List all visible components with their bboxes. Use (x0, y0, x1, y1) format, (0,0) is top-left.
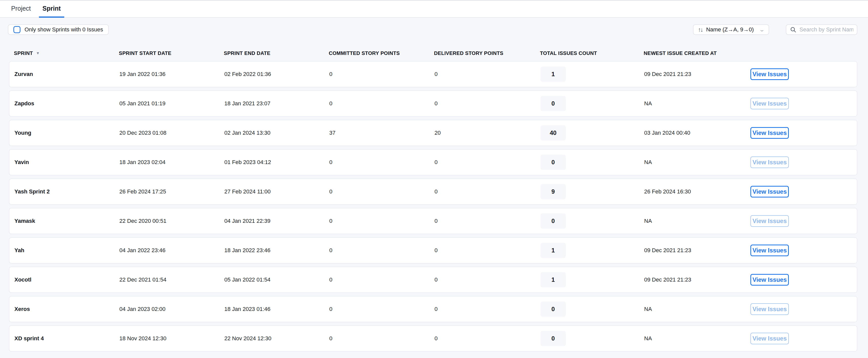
table-header: SPRINT▼ SPRINT START DATE SPRINT END DAT… (9, 47, 857, 59)
committed-story-points: 0 (329, 188, 435, 195)
sort-dropdown-value: Name (Z→A, 9→0) (706, 26, 754, 33)
sprint-end-date: 01 Feb 2023 04:12 (224, 159, 329, 166)
column-header-newest-issue: NEWEST ISSUE CREATED AT (644, 50, 750, 56)
newest-issue-created-at: 26 Feb 2024 16:30 (644, 188, 750, 195)
view-issues-button: View Issues (750, 303, 789, 315)
committed-story-points: 0 (329, 335, 435, 342)
sprint-start-date: 26 Feb 2024 17:25 (119, 188, 224, 195)
column-header-committed-points: COMMITTED STORY POINTS (329, 50, 434, 56)
newest-issue-created-at: 09 Dec 2021 21:23 (644, 247, 750, 254)
sprint-start-date: 18 Nov 2024 12:30 (119, 335, 224, 342)
view-issues-button[interactable]: View Issues (750, 127, 789, 139)
view-issues-button: View Issues (750, 215, 789, 227)
sprint-end-date: 22 Nov 2024 12:30 (224, 335, 329, 342)
chevron-down-icon: ⌄ (759, 27, 765, 33)
sprint-list: Zurvan 19 Jan 2022 01:36 02 Feb 2022 01:… (9, 61, 857, 352)
sprint-name: Young (14, 130, 119, 136)
sprint-search (786, 24, 857, 35)
sprint-start-date: 18 Jan 2023 02:04 (119, 159, 224, 166)
sprint-name: Zapdos (14, 100, 119, 107)
toolbar-right: ↑↓ Name (Z→A, 9→0) ⌄ (693, 24, 857, 35)
total-issues-badge: 1 (540, 243, 566, 258)
sprint-end-date: 18 Jan 2021 23:07 (224, 100, 329, 107)
delivered-story-points: 0 (435, 188, 540, 195)
committed-story-points: 0 (329, 247, 435, 254)
sprint-start-date: 04 Jan 2023 02:00 (119, 306, 224, 312)
total-issues-badge: 40 (540, 125, 566, 140)
sort-dropdown[interactable]: ↑↓ Name (Z→A, 9→0) ⌄ (693, 24, 769, 35)
committed-story-points: 0 (329, 276, 435, 283)
tab-sprint[interactable]: Sprint (39, 1, 64, 18)
column-header-total-issues: TOTAL ISSUES COUNT (540, 50, 644, 56)
newest-issue-created-at: NA (644, 218, 750, 224)
sprint-row: Zapdos 05 Jan 2021 01:19 18 Jan 2021 23:… (9, 90, 857, 117)
sprint-row: Yah 04 Jan 2022 23:46 18 Jan 2022 23:46 … (9, 237, 857, 264)
committed-story-points: 37 (329, 130, 435, 136)
newest-issue-created-at: 09 Dec 2021 21:23 (644, 276, 750, 283)
sprint-end-date: 02 Jan 2024 13:30 (224, 130, 329, 136)
view-issues-button[interactable]: View Issues (750, 68, 789, 80)
sprint-row: Xocotl 22 Dec 2021 01:54 05 Jan 2022 01:… (9, 267, 857, 293)
newest-issue-created-at: NA (644, 335, 750, 342)
view-issues-button: View Issues (750, 98, 789, 109)
toolbar: Only show Sprints with 0 Issues ↑↓ Name … (8, 24, 857, 35)
sprint-name: Yah (14, 247, 119, 254)
delivered-story-points: 0 (435, 159, 540, 166)
sprint-end-date: 04 Jan 2021 22:39 (224, 218, 329, 224)
column-header-sprint[interactable]: SPRINT▼ (14, 50, 119, 56)
caret-down-icon: ▼ (36, 51, 40, 55)
delivered-story-points: 20 (435, 130, 540, 136)
sprint-name: XD sprint 4 (14, 335, 119, 342)
committed-story-points: 0 (329, 306, 435, 312)
sprint-start-date: 19 Jan 2022 01:36 (119, 71, 224, 78)
sprint-end-date: 27 Feb 2024 11:00 (224, 188, 329, 195)
tab-project[interactable]: Project (8, 1, 34, 18)
zero-issues-checkbox-label: Only show Sprints with 0 Issues (25, 26, 103, 33)
delivered-story-points: 0 (435, 335, 540, 342)
committed-story-points: 0 (329, 218, 435, 224)
sprint-end-date: 05 Jan 2022 01:54 (224, 276, 329, 283)
sprint-row: Yamask 22 Dec 2020 00:51 04 Jan 2021 22:… (9, 208, 857, 234)
sprint-row: Yash Sprint 2 26 Feb 2024 17:25 27 Feb 2… (9, 178, 857, 205)
sprint-name: Xeros (14, 306, 119, 312)
sprint-end-date: 02 Feb 2022 01:36 (224, 71, 329, 78)
sprint-name: Zurvan (14, 71, 119, 78)
sprint-row: Yavin 18 Jan 2023 02:04 01 Feb 2023 04:1… (9, 149, 857, 175)
committed-story-points: 0 (329, 100, 435, 107)
committed-story-points: 0 (329, 71, 435, 78)
delivered-story-points: 0 (435, 100, 540, 107)
sprint-row: Zurvan 19 Jan 2022 01:36 02 Feb 2022 01:… (9, 61, 857, 87)
view-issues-button: View Issues (750, 157, 789, 168)
sprint-row: Xeros 04 Jan 2023 02:00 18 Jan 2023 01:4… (9, 296, 857, 322)
column-header-end-date: SPRINT END DATE (224, 50, 329, 56)
column-header-start-date: SPRINT START DATE (119, 50, 224, 56)
total-issues-badge: 1 (540, 66, 566, 82)
newest-issue-created-at: NA (644, 159, 750, 166)
sprint-row: XD sprint 4 18 Nov 2024 12:30 22 Nov 202… (9, 325, 857, 352)
sprint-end-date: 18 Jan 2023 01:46 (224, 306, 329, 312)
total-issues-badge: 0 (540, 331, 566, 346)
view-issues-button: View Issues (750, 333, 789, 344)
total-issues-badge: 0 (540, 155, 566, 170)
sprint-name: Yamask (14, 218, 119, 224)
view-issues-button[interactable]: View Issues (750, 274, 789, 285)
search-icon (790, 26, 797, 33)
total-issues-badge: 0 (540, 302, 566, 317)
sprint-name: Yash Sprint 2 (14, 188, 119, 195)
delivered-story-points: 0 (435, 218, 540, 224)
zero-issues-checkbox[interactable] (13, 26, 21, 33)
view-issues-button[interactable]: View Issues (750, 245, 789, 256)
view-issues-button[interactable]: View Issues (750, 186, 789, 197)
total-issues-badge: 0 (540, 96, 566, 111)
sprint-name: Yavin (14, 159, 119, 166)
sprint-start-date: 05 Jan 2021 01:19 (119, 100, 224, 107)
search-input[interactable] (800, 26, 853, 33)
sprint-start-date: 20 Dec 2023 01:08 (119, 130, 224, 136)
zero-issues-filter: Only show Sprints with 0 Issues (8, 24, 109, 35)
delivered-story-points: 0 (435, 306, 540, 312)
committed-story-points: 0 (329, 159, 435, 166)
total-issues-badge: 1 (540, 272, 566, 287)
sort-arrows-icon: ↑↓ (698, 26, 703, 33)
newest-issue-created-at: 03 Jan 2024 00:40 (644, 130, 750, 136)
sprint-row: Young 20 Dec 2023 01:08 02 Jan 2024 13:3… (9, 120, 857, 146)
